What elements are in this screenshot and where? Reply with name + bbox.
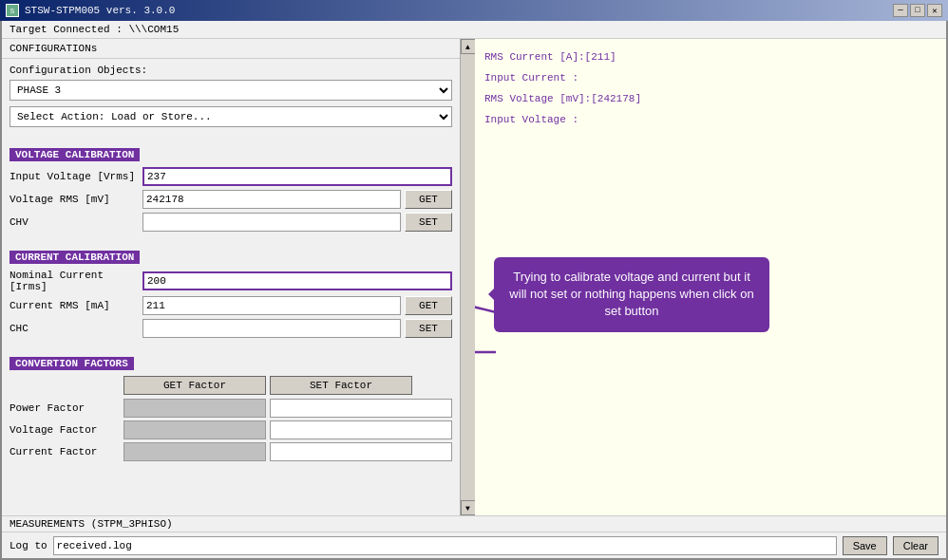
nominal-current-row: Nominal Current [Irms]	[9, 270, 452, 292]
content-area: CONFIGURATIONs Configuration Objects: PH…	[2, 39, 946, 515]
current-rms-row: Current RMS [mA] GET	[9, 296, 452, 315]
svg-line-2	[475, 233, 496, 312]
rms-voltage-line: RMS Voltage [mV]:[242178]	[484, 88, 937, 109]
current-factor-set-field[interactable]	[270, 442, 452, 461]
action-select[interactable]: Select Action: Load or Store...	[9, 106, 452, 127]
conversion-factors-header: CONVERTION FACTORS	[9, 357, 134, 370]
input-voltage-label: Input Voltage [Vrms]	[9, 171, 142, 182]
voltage-factor-set-field[interactable]	[270, 420, 452, 439]
right-panel-text: RMS Current [A]:[211] Input Current : RM…	[484, 47, 937, 130]
current-factor-label: Current Factor	[9, 446, 123, 457]
config-header: CONFIGURATIONs	[2, 39, 460, 59]
get-factor-button[interactable]: GET Factor	[123, 376, 266, 395]
current-factor-get-field[interactable]	[123, 442, 266, 461]
nominal-current-label: Nominal Current [Irms]	[9, 270, 142, 292]
current-calibration-header: CURRENT CALIBRATION	[9, 251, 140, 264]
measurements-label: MEASUREMENTS (STPM_3PHISO)	[9, 518, 173, 530]
left-panel-wrapper: CONFIGURATIONs Configuration Objects: PH…	[2, 39, 475, 515]
chv-label: CHV	[9, 216, 142, 228]
input-voltage-line: Input Voltage :	[484, 109, 937, 130]
callout-bubble: Trying to calibrate voltage and current …	[494, 257, 769, 332]
title-bar-left: S STSW-STPM005 vers. 3.0.0	[6, 4, 175, 17]
minimize-button[interactable]: ─	[893, 4, 908, 17]
title-bar-controls: ─ □ ✕	[893, 4, 942, 17]
voltage-factor-row: Voltage Factor	[9, 420, 452, 439]
current-rms-field[interactable]	[142, 296, 401, 315]
power-factor-set-field[interactable]	[270, 399, 452, 418]
voltage-set-button[interactable]: SET	[405, 213, 452, 232]
voltage-rms-row: Voltage RMS [mV] GET	[9, 190, 452, 209]
voltage-factor-get-field[interactable]	[123, 420, 266, 439]
save-button[interactable]: Save	[843, 536, 887, 555]
scrollbar[interactable]: ▲ ▼	[460, 39, 475, 515]
right-panel: RMS Current [A]:[211] Input Current : RM…	[475, 39, 946, 515]
left-panel: CONFIGURATIONs Configuration Objects: PH…	[2, 39, 460, 515]
power-factor-label: Power Factor	[9, 402, 123, 414]
voltage-calibration-header: VOLTAGE CALIBRATION	[9, 148, 140, 161]
voltage-rms-label: Voltage RMS [mV]	[9, 194, 142, 205]
chc-row: CHC SET	[9, 319, 452, 338]
current-get-button[interactable]: GET	[405, 296, 452, 315]
config-objects-select[interactable]: PHASE 3	[9, 80, 452, 101]
config-objects-label: Configuration Objects:	[9, 65, 452, 76]
current-set-button[interactable]: SET	[405, 319, 452, 338]
scroll-down-arrow[interactable]: ▼	[461, 500, 476, 515]
rms-current-line: RMS Current [A]:[211]	[484, 47, 937, 67]
callout-text: Trying to calibrate voltage and current …	[509, 270, 753, 318]
connected-label: Target Connected : \\\COM15	[9, 24, 179, 35]
set-factor-button[interactable]: SET Factor	[270, 376, 412, 395]
chv-field[interactable]	[142, 213, 401, 232]
voltage-factor-label: Voltage Factor	[9, 424, 123, 436]
input-current-line: Input Current :	[484, 67, 937, 88]
conv-header-row: GET Factor SET Factor	[9, 376, 452, 395]
scroll-up-arrow[interactable]: ▲	[461, 39, 476, 54]
log-label: Log to	[9, 540, 47, 551]
voltage-rms-field[interactable]	[142, 190, 401, 209]
log-input[interactable]	[53, 536, 837, 555]
config-header-label: CONFIGURATIONs	[9, 43, 97, 54]
chv-row: CHV SET	[9, 213, 452, 232]
power-factor-row: Power Factor	[9, 399, 452, 418]
status-bar: Log to Save Clear	[2, 532, 946, 558]
bottom-label: MEASUREMENTS (STPM_3PHISO)	[2, 515, 946, 532]
chc-label: CHC	[9, 323, 142, 334]
chc-field[interactable]	[142, 319, 401, 338]
main-window: Target Connected : \\\COM15 CONFIGURATIO…	[0, 21, 948, 560]
current-factor-row: Current Factor	[9, 442, 452, 461]
current-rms-label: Current RMS [mA]	[9, 300, 142, 311]
input-voltage-field[interactable]	[142, 167, 452, 186]
nominal-current-field[interactable]	[142, 271, 452, 290]
input-voltage-row: Input Voltage [Vrms]	[9, 167, 452, 186]
voltage-get-button[interactable]: GET	[405, 190, 452, 209]
app-icon: S	[6, 4, 19, 17]
close-button[interactable]: ✕	[927, 4, 942, 17]
title-bar: S STSW-STPM005 vers. 3.0.0 ─ □ ✕	[0, 0, 948, 21]
left-panel-scroll: Configuration Objects: PHASE 3 Select Ac…	[2, 59, 460, 515]
clear-button[interactable]: Clear	[893, 536, 939, 555]
maximize-button[interactable]: □	[910, 4, 925, 17]
app-title: STSW-STPM005 vers. 3.0.0	[25, 5, 175, 16]
connected-bar: Target Connected : \\\COM15	[2, 21, 946, 39]
power-factor-get-field[interactable]	[123, 399, 266, 418]
